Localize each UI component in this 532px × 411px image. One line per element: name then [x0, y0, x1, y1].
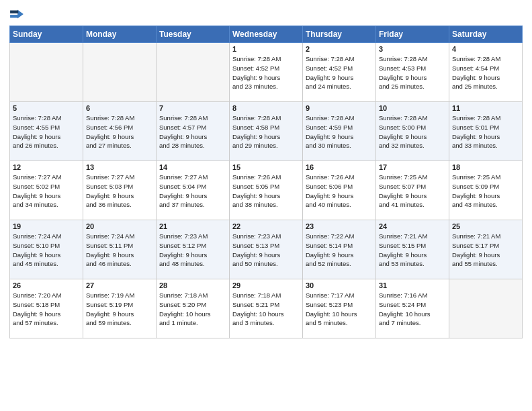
day-cell-11: 11Sunrise: 7:28 AM Sunset: 5:01 PM Dayli…	[449, 102, 523, 161]
day-cell-4: 4Sunrise: 7:28 AM Sunset: 4:54 PM Daylig…	[449, 43, 523, 102]
day-info: Sunrise: 7:27 AM Sunset: 5:03 PM Dayligh…	[86, 173, 153, 210]
day-info: Sunrise: 7:28 AM Sunset: 4:54 PM Dayligh…	[452, 54, 519, 91]
day-cell-7: 7Sunrise: 7:28 AM Sunset: 4:57 PM Daylig…	[157, 102, 230, 161]
day-number: 18	[452, 163, 519, 171]
day-cell-31: 31Sunrise: 7:16 AM Sunset: 5:24 PM Dayli…	[376, 279, 449, 338]
day-cell-26: 26Sunrise: 7:20 AM Sunset: 5:18 PM Dayli…	[10, 279, 83, 338]
day-info: Sunrise: 7:25 AM Sunset: 5:09 PM Dayligh…	[452, 173, 519, 210]
day-cell-12: 12Sunrise: 7:27 AM Sunset: 5:02 PM Dayli…	[10, 161, 83, 220]
day-number: 19	[13, 222, 80, 230]
day-number: 26	[13, 281, 80, 289]
day-number: 22	[232, 222, 300, 230]
col-header-tuesday: Tuesday	[157, 26, 230, 43]
day-number: 31	[379, 281, 446, 289]
day-number: 20	[86, 222, 153, 230]
day-cell-24: 24Sunrise: 7:21 AM Sunset: 5:15 PM Dayli…	[376, 220, 449, 279]
day-number: 23	[306, 222, 373, 230]
day-info: Sunrise: 7:23 AM Sunset: 5:13 PM Dayligh…	[232, 232, 300, 269]
day-cell-2: 2Sunrise: 7:28 AM Sunset: 4:52 PM Daylig…	[303, 43, 376, 102]
day-number: 14	[159, 163, 226, 171]
day-cell-25: 25Sunrise: 7:21 AM Sunset: 5:17 PM Dayli…	[449, 220, 523, 279]
day-number: 25	[452, 222, 519, 230]
week-row-3: 19Sunrise: 7:24 AM Sunset: 5:10 PM Dayli…	[10, 220, 523, 279]
day-info: Sunrise: 7:28 AM Sunset: 5:00 PM Dayligh…	[379, 113, 446, 150]
day-cell-10: 10Sunrise: 7:28 AM Sunset: 5:00 PM Dayli…	[376, 102, 449, 161]
day-cell-19: 19Sunrise: 7:24 AM Sunset: 5:10 PM Dayli…	[10, 220, 83, 279]
day-info: Sunrise: 7:21 AM Sunset: 5:17 PM Dayligh…	[452, 232, 519, 269]
day-info: Sunrise: 7:28 AM Sunset: 5:01 PM Dayligh…	[452, 113, 519, 150]
day-info: Sunrise: 7:21 AM Sunset: 5:15 PM Dayligh…	[379, 232, 446, 269]
day-number: 21	[159, 222, 226, 230]
day-cell-5: 5Sunrise: 7:28 AM Sunset: 4:55 PM Daylig…	[10, 102, 83, 161]
day-number: 4	[452, 45, 519, 53]
day-info: Sunrise: 7:27 AM Sunset: 5:04 PM Dayligh…	[159, 173, 226, 210]
day-info: Sunrise: 7:28 AM Sunset: 4:56 PM Dayligh…	[86, 113, 153, 150]
day-info: Sunrise: 7:20 AM Sunset: 5:18 PM Dayligh…	[13, 291, 80, 328]
day-cell-8: 8Sunrise: 7:28 AM Sunset: 4:58 PM Daylig…	[230, 102, 303, 161]
empty-cell	[449, 279, 523, 338]
day-cell-28: 28Sunrise: 7:18 AM Sunset: 5:20 PM Dayli…	[157, 279, 230, 338]
calendar-table: SundayMondayTuesdayWednesdayThursdayFrid…	[9, 26, 523, 338]
page: SundayMondayTuesdayWednesdayThursdayFrid…	[0, 0, 532, 345]
day-info: Sunrise: 7:28 AM Sunset: 4:52 PM Dayligh…	[306, 54, 373, 91]
col-header-wednesday: Wednesday	[230, 26, 303, 43]
day-number: 13	[86, 163, 153, 171]
day-info: Sunrise: 7:18 AM Sunset: 5:20 PM Dayligh…	[159, 291, 226, 328]
svg-rect-2	[10, 11, 18, 13]
day-number: 6	[86, 104, 153, 112]
day-number: 5	[13, 104, 80, 112]
day-cell-20: 20Sunrise: 7:24 AM Sunset: 5:11 PM Dayli…	[83, 220, 157, 279]
day-cell-22: 22Sunrise: 7:23 AM Sunset: 5:13 PM Dayli…	[230, 220, 303, 279]
day-cell-1: 1Sunrise: 7:28 AM Sunset: 4:52 PM Daylig…	[230, 43, 303, 102]
header-row: SundayMondayTuesdayWednesdayThursdayFrid…	[10, 26, 523, 43]
day-cell-14: 14Sunrise: 7:27 AM Sunset: 5:04 PM Dayli…	[157, 161, 230, 220]
calendar-body: 1Sunrise: 7:28 AM Sunset: 4:52 PM Daylig…	[10, 43, 523, 338]
day-cell-16: 16Sunrise: 7:26 AM Sunset: 5:06 PM Dayli…	[303, 161, 376, 220]
day-info: Sunrise: 7:28 AM Sunset: 4:55 PM Dayligh…	[13, 113, 80, 150]
week-row-0: 1Sunrise: 7:28 AM Sunset: 4:52 PM Daylig…	[10, 43, 523, 102]
day-cell-9: 9Sunrise: 7:28 AM Sunset: 4:59 PM Daylig…	[303, 102, 376, 161]
day-info: Sunrise: 7:18 AM Sunset: 5:21 PM Dayligh…	[232, 291, 300, 328]
day-info: Sunrise: 7:26 AM Sunset: 5:06 PM Dayligh…	[306, 173, 373, 210]
day-number: 9	[306, 104, 373, 112]
day-info: Sunrise: 7:28 AM Sunset: 4:57 PM Dayligh…	[159, 113, 226, 150]
day-number: 29	[232, 281, 300, 289]
day-number: 3	[379, 45, 446, 53]
col-header-thursday: Thursday	[303, 26, 376, 43]
day-info: Sunrise: 7:17 AM Sunset: 5:23 PM Dayligh…	[306, 291, 373, 328]
empty-cell	[157, 43, 230, 102]
week-row-4: 26Sunrise: 7:20 AM Sunset: 5:18 PM Dayli…	[10, 279, 523, 338]
day-number: 30	[306, 281, 373, 289]
day-number: 10	[379, 104, 446, 112]
day-cell-17: 17Sunrise: 7:25 AM Sunset: 5:07 PM Dayli…	[376, 161, 449, 220]
day-number: 17	[379, 163, 446, 171]
col-header-sunday: Sunday	[10, 26, 83, 43]
logo	[9, 7, 26, 21]
header	[9, 7, 523, 21]
day-cell-23: 23Sunrise: 7:22 AM Sunset: 5:14 PM Dayli…	[303, 220, 376, 279]
day-number: 16	[306, 163, 373, 171]
day-number: 28	[159, 281, 226, 289]
day-info: Sunrise: 7:28 AM Sunset: 4:58 PM Dayligh…	[232, 113, 300, 150]
empty-cell	[83, 43, 157, 102]
col-header-friday: Friday	[376, 26, 449, 43]
day-info: Sunrise: 7:27 AM Sunset: 5:02 PM Dayligh…	[13, 173, 80, 210]
day-number: 15	[232, 163, 300, 171]
day-cell-18: 18Sunrise: 7:25 AM Sunset: 5:09 PM Dayli…	[449, 161, 523, 220]
day-cell-3: 3Sunrise: 7:28 AM Sunset: 4:53 PM Daylig…	[376, 43, 449, 102]
day-info: Sunrise: 7:28 AM Sunset: 4:53 PM Dayligh…	[379, 54, 446, 91]
day-cell-30: 30Sunrise: 7:17 AM Sunset: 5:23 PM Dayli…	[303, 279, 376, 338]
day-cell-6: 6Sunrise: 7:28 AM Sunset: 4:56 PM Daylig…	[83, 102, 157, 161]
col-header-monday: Monday	[83, 26, 157, 43]
day-info: Sunrise: 7:28 AM Sunset: 4:59 PM Dayligh…	[306, 113, 373, 150]
day-number: 7	[159, 104, 226, 112]
col-header-saturday: Saturday	[449, 26, 523, 43]
week-row-1: 5Sunrise: 7:28 AM Sunset: 4:55 PM Daylig…	[10, 102, 523, 161]
day-number: 11	[452, 104, 519, 112]
day-number: 12	[13, 163, 80, 171]
day-number: 8	[232, 104, 300, 112]
day-info: Sunrise: 7:25 AM Sunset: 5:07 PM Dayligh…	[379, 173, 446, 210]
logo-icon	[9, 7, 24, 21]
day-info: Sunrise: 7:19 AM Sunset: 5:19 PM Dayligh…	[86, 291, 153, 328]
day-info: Sunrise: 7:26 AM Sunset: 5:05 PM Dayligh…	[232, 173, 300, 210]
